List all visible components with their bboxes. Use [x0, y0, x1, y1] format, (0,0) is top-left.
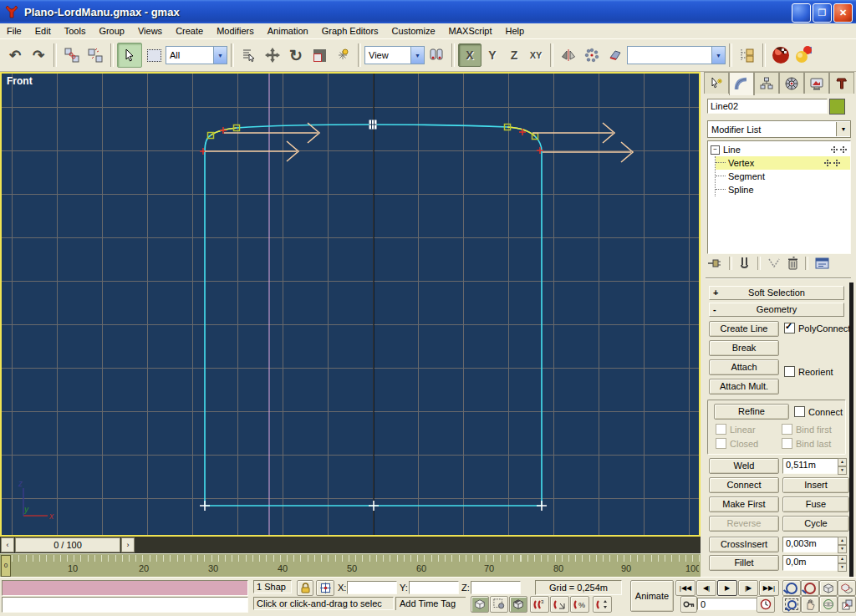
menu-item-create[interactable]: Create	[169, 26, 210, 36]
menu-item-group[interactable]: Group	[92, 26, 131, 36]
tab-utilities[interactable]	[829, 72, 854, 94]
mirror-icon[interactable]	[557, 43, 580, 67]
arc-rotate-icon[interactable]	[819, 596, 838, 613]
remove-modifier-icon[interactable]	[787, 257, 798, 270]
y-coordinate-field[interactable]	[409, 581, 459, 594]
tab-create[interactable]	[704, 72, 729, 94]
configure-modifier-sets-icon[interactable]	[815, 257, 829, 270]
material-editor-icon[interactable]	[769, 43, 792, 67]
select-and-scale-icon[interactable]	[308, 43, 331, 67]
spinner-down-icon[interactable]: ▼	[838, 545, 847, 553]
redo-icon[interactable]: ↷	[27, 43, 50, 67]
fillet-spinner[interactable]: ▲▼	[838, 555, 847, 569]
angle-snap-icon[interactable]	[550, 596, 569, 613]
track-view-icon[interactable]	[736, 43, 759, 67]
select-by-name-icon[interactable]	[237, 43, 261, 67]
align-icon[interactable]	[604, 43, 627, 67]
zoom-icon[interactable]	[782, 580, 801, 596]
percent-snap-icon[interactable]: %	[570, 596, 589, 613]
spinner-down-icon[interactable]: ▼	[838, 466, 847, 475]
crossinsert-field[interactable]: 0,003m	[782, 537, 839, 552]
weld-button[interactable]: Weld	[709, 458, 779, 474]
object-name-field[interactable]	[707, 99, 828, 114]
dropdown-arrow-icon[interactable]: ▼	[410, 47, 424, 64]
menu-item-customize[interactable]: Customize	[385, 26, 442, 36]
menu-item-maxscript[interactable]: MAXScript	[442, 26, 499, 36]
previous-frame-button[interactable]: ◀|	[696, 580, 716, 596]
menu-item-tools[interactable]: Tools	[58, 26, 93, 36]
connect-button[interactable]: Connect	[709, 477, 779, 493]
spinner-up-icon[interactable]: ▲	[838, 555, 847, 563]
menu-item-graph-editors[interactable]: Graph Editors	[315, 26, 385, 36]
connect-checkbox[interactable]: Connect	[794, 406, 843, 417]
z-coordinate-field[interactable]	[471, 581, 521, 594]
minimize-button[interactable]: _	[792, 3, 811, 23]
weld-spinner[interactable]: ▲▼	[838, 458, 847, 472]
snap-cube-icon[interactable]	[509, 596, 527, 613]
dropdown-arrow-icon[interactable]: ▼	[213, 47, 227, 64]
viewport-canvas[interactable]: x y z	[2, 74, 699, 535]
insert-button[interactable]: Insert	[782, 477, 849, 493]
refine-button[interactable]: Refine	[714, 404, 789, 420]
spinner-snap-icon[interactable]	[593, 596, 612, 613]
make-first-button[interactable]: Make First	[709, 496, 779, 512]
undo-icon[interactable]: ↶	[3, 43, 27, 67]
x-coordinate-field[interactable]	[347, 581, 397, 594]
make-unique-icon[interactable]	[767, 257, 781, 269]
collapse-box-icon[interactable]: −	[711, 145, 720, 155]
reorient-checkbox[interactable]: Reorient	[784, 366, 833, 377]
menu-item-modifiers[interactable]: Modifiers	[210, 26, 261, 36]
reference-coordinate-dropdown[interactable]: View ▼	[364, 46, 425, 64]
array-icon[interactable]	[580, 43, 604, 67]
restrict-x-button[interactable]: X	[458, 43, 482, 67]
panel-scrollbar[interactable]	[849, 283, 853, 577]
select-object-icon[interactable]	[117, 43, 142, 68]
zoom-extents-all-icon[interactable]	[838, 580, 856, 596]
select-and-move-icon[interactable]	[261, 43, 284, 67]
fillet-field[interactable]: 0,0m	[782, 555, 839, 571]
play-button[interactable]: ▶	[717, 580, 737, 596]
tab-hierarchy[interactable]	[754, 72, 779, 94]
selection-lock-icon[interactable]	[297, 580, 313, 596]
menu-item-views[interactable]: Views	[131, 26, 169, 36]
stack-item-segment[interactable]: Segment	[716, 170, 850, 183]
render-icon[interactable]	[792, 43, 816, 67]
time-slider-prev-arrow[interactable]: ‹	[1, 537, 14, 552]
add-time-tag[interactable]: Add Time Tag	[395, 597, 466, 610]
tab-motion[interactable]	[779, 72, 804, 94]
restore-button[interactable]: ❐	[813, 3, 832, 23]
go-to-start-button[interactable]: |◀◀	[675, 580, 696, 596]
dropdown-arrow-icon[interactable]: ▼	[711, 47, 725, 64]
use-pivot-center-icon[interactable]	[425, 43, 448, 67]
restrict-z-button[interactable]: Z	[503, 44, 525, 66]
min-max-toggle-icon[interactable]	[838, 596, 856, 613]
set-key-icon[interactable]	[680, 596, 697, 613]
go-to-end-button[interactable]: ▶▶|	[759, 580, 779, 596]
named-selection-sets-dropdown[interactable]: ▼	[627, 46, 726, 64]
rectangular-selection-region-icon[interactable]	[142, 43, 166, 67]
pan-hand-icon[interactable]	[801, 596, 819, 613]
create-line-button[interactable]: Create Line	[709, 321, 779, 337]
pin-stack-icon[interactable]	[707, 257, 722, 270]
crossinsert-spinner[interactable]: ▲▼	[838, 537, 847, 551]
dropdown-arrow-icon[interactable]: ▼	[836, 122, 850, 136]
select-and-manipulate-icon[interactable]	[331, 43, 354, 67]
next-frame-button[interactable]: |▶	[738, 580, 758, 596]
track-bar-frame-marker[interactable]: 0	[1, 555, 11, 577]
menu-item-animation[interactable]: Animation	[261, 26, 315, 36]
fillet-button[interactable]: Fillet	[709, 555, 779, 571]
spinner-up-icon[interactable]: ▲	[838, 537, 847, 545]
menu-item-help[interactable]: Help	[499, 26, 532, 36]
track-bar[interactable]: 0 10 20 30 40 50 60 70 80 90 100	[0, 553, 701, 577]
attach-mult-button[interactable]: Attach Mult.	[709, 379, 779, 395]
spinner-up-icon[interactable]: ▲	[838, 458, 847, 466]
stack-item-line[interactable]: − Line	[708, 143, 850, 156]
select-and-rotate-icon[interactable]: ↻	[284, 43, 308, 67]
viewport-label[interactable]: Front	[7, 75, 33, 87]
time-slider-next-arrow[interactable]: ›	[121, 537, 135, 552]
tab-modify[interactable]	[729, 72, 754, 95]
absolute-offset-mode-icon[interactable]	[316, 580, 334, 596]
animate-button[interactable]: Animate	[630, 580, 674, 612]
menu-item-edit[interactable]: Edit	[28, 26, 58, 36]
time-configuration-icon[interactable]	[757, 596, 775, 613]
